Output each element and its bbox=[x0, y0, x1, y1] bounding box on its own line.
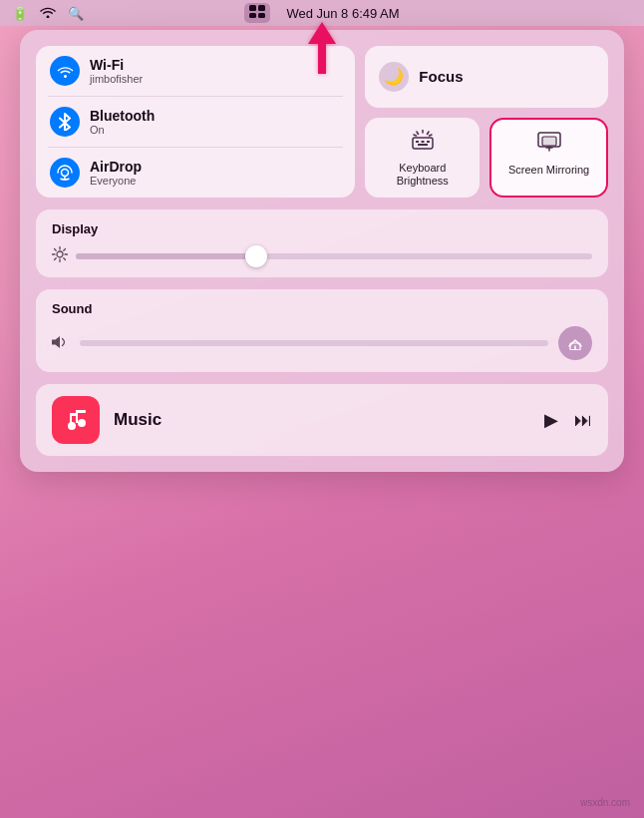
display-title: Display bbox=[52, 221, 592, 236]
wifi-item[interactable]: Wi-Fi jimbofisher bbox=[50, 56, 341, 86]
brightness-icon bbox=[52, 246, 68, 265]
airdrop-info: AirDrop Everyone bbox=[90, 159, 142, 187]
svg-line-12 bbox=[417, 132, 419, 135]
focus-label: Focus bbox=[419, 68, 463, 85]
screen-mirroring-button[interactable]: Screen Mirroring bbox=[489, 118, 608, 198]
airdrop-name: AirDrop bbox=[90, 159, 142, 175]
svg-rect-17 bbox=[542, 137, 556, 146]
bluetooth-status: On bbox=[90, 124, 155, 136]
keyboard-brightness-button[interactable]: KeyboardBrightness bbox=[365, 118, 480, 198]
display-slider-container bbox=[52, 246, 592, 265]
svg-point-31 bbox=[78, 419, 86, 427]
svg-point-20 bbox=[57, 251, 63, 257]
play-button[interactable]: ▶ bbox=[544, 409, 558, 431]
display-slider[interactable] bbox=[76, 253, 592, 259]
svg-rect-1 bbox=[258, 5, 265, 11]
svg-rect-2 bbox=[249, 13, 256, 18]
airplay-button[interactable] bbox=[558, 326, 592, 360]
wifi-icon bbox=[40, 6, 56, 21]
svg-rect-3 bbox=[258, 13, 265, 18]
svg-rect-33 bbox=[76, 410, 78, 423]
search-icon[interactable]: 🔍 bbox=[68, 6, 84, 21]
music-app-icon bbox=[52, 396, 100, 444]
svg-line-27 bbox=[64, 249, 66, 251]
wifi-name: Wi-Fi bbox=[90, 57, 143, 73]
skip-button[interactable]: ⏭ bbox=[574, 410, 592, 431]
svg-point-4 bbox=[62, 170, 69, 177]
svg-line-13 bbox=[427, 132, 429, 135]
display-slider-fill bbox=[76, 253, 256, 259]
display-slider-thumb[interactable] bbox=[245, 245, 267, 267]
arrow-stem bbox=[318, 44, 326, 74]
sound-title: Sound bbox=[52, 301, 592, 316]
control-center-icon[interactable] bbox=[244, 3, 270, 23]
svg-rect-0 bbox=[249, 5, 256, 11]
wifi-icon-circle bbox=[50, 56, 80, 86]
bluetooth-icon-circle bbox=[50, 107, 80, 137]
divider-1 bbox=[48, 96, 343, 97]
keyboard-brightness-label: KeyboardBrightness bbox=[397, 162, 449, 188]
control-center-panel: Wi-Fi jimbofisher Bluetooth On bbox=[20, 30, 624, 472]
focus-block[interactable]: 🌙 Focus bbox=[365, 46, 608, 108]
arrow-indicator bbox=[308, 22, 336, 74]
svg-rect-8 bbox=[421, 141, 424, 143]
svg-line-15 bbox=[429, 135, 432, 136]
bluetooth-info: Bluetooth On bbox=[90, 108, 155, 136]
menubar-datetime: Wed Jun 8 6:49 AM bbox=[286, 6, 399, 21]
keyboard-brightness-icon bbox=[411, 130, 435, 156]
airdrop-status: Everyone bbox=[90, 175, 142, 187]
watermark: wsxdn.com bbox=[580, 797, 630, 808]
sound-slider-container bbox=[52, 326, 592, 360]
airdrop-icon-circle bbox=[50, 158, 80, 188]
svg-rect-9 bbox=[427, 141, 430, 143]
wifi-info: Wi-Fi jimbofisher bbox=[90, 57, 143, 85]
music-title: Music bbox=[114, 410, 530, 430]
svg-rect-35 bbox=[70, 413, 78, 416]
screen-mirroring-icon bbox=[537, 132, 561, 158]
music-controls: ▶ ⏭ bbox=[544, 409, 592, 431]
svg-rect-10 bbox=[418, 144, 428, 146]
music-section: Music ▶ ⏭ bbox=[36, 384, 608, 456]
volume-icon bbox=[52, 335, 70, 352]
battery-icon: 🔋 bbox=[12, 6, 28, 21]
focus-icon: 🌙 bbox=[379, 62, 409, 92]
right-column: 🌙 Focus bbox=[365, 46, 608, 198]
bluetooth-item[interactable]: Bluetooth On bbox=[50, 107, 341, 137]
wifi-status: jimbofisher bbox=[90, 73, 143, 85]
airdrop-item[interactable]: AirDrop Everyone bbox=[50, 158, 341, 188]
svg-line-28 bbox=[55, 258, 57, 260]
divider-2 bbox=[48, 147, 343, 148]
bottom-buttons: KeyboardBrightness Screen Mirroring bbox=[365, 118, 608, 198]
svg-line-26 bbox=[64, 258, 66, 260]
sound-slider[interactable] bbox=[80, 340, 548, 346]
arrow-up bbox=[308, 22, 336, 44]
menubar-left: 🔋 🔍 bbox=[12, 6, 84, 21]
screen-mirroring-label: Screen Mirroring bbox=[508, 164, 589, 177]
display-section: Display bbox=[36, 209, 608, 277]
svg-line-25 bbox=[55, 249, 57, 251]
svg-rect-7 bbox=[416, 141, 419, 143]
sound-section: Sound bbox=[36, 289, 608, 372]
svg-rect-6 bbox=[413, 138, 433, 149]
svg-line-14 bbox=[414, 135, 417, 136]
bluetooth-name: Bluetooth bbox=[90, 108, 155, 124]
